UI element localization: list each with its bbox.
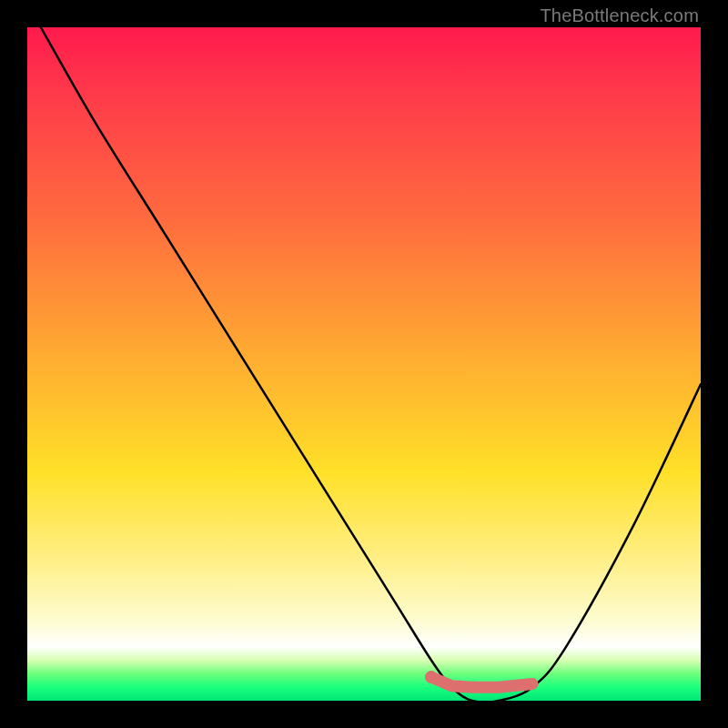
optimal-range-marker (431, 677, 532, 687)
bottleneck-curve (41, 27, 701, 703)
watermark-text: TheBottleneck.com (540, 5, 699, 26)
optimal-start-dot (425, 671, 438, 683)
chart-frame: TheBottleneck.com (0, 0, 728, 728)
chart-svg (27, 27, 701, 701)
